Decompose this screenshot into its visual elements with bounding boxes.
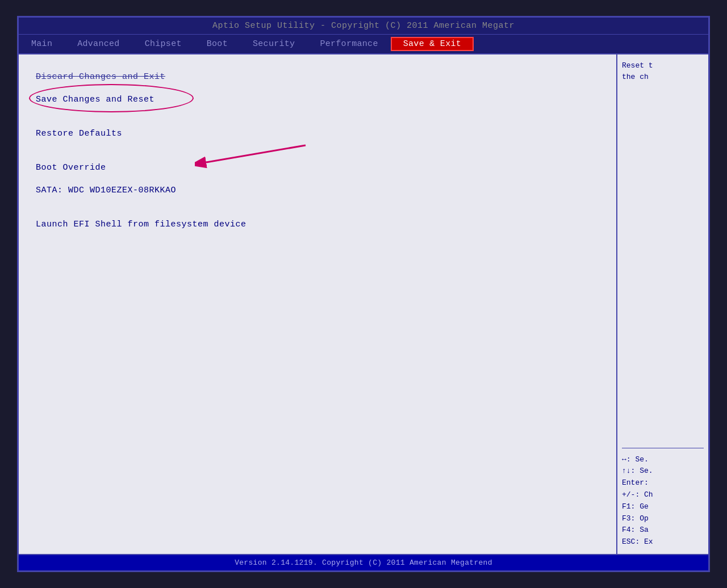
main-area: Discard Changes and Exit Save Changes an… [19,54,708,554]
legend-f1: F1: Ge [622,501,704,513]
title-bar: Aptio Setup Utility - Copyright (C) 2011… [19,18,708,35]
bios-screen: Aptio Setup Utility - Copyright (C) 2011… [17,16,710,572]
right-panel: Reset t the ch ↔: Se. ↑↓: Se. Enter: +/-… [617,54,708,554]
restore-defaults-item[interactable]: Restore Defaults [36,123,599,145]
sata-item[interactable]: SATA: WDC WD10EZEX-08RKKAO [36,179,599,202]
footer-text: Version 2.14.1219. Copyright (C) 2011 Am… [235,558,492,567]
nav-boot[interactable]: Boot [194,37,240,51]
footer: Version 2.14.1219. Copyright (C) 2011 Am… [19,554,708,570]
nav-save-exit[interactable]: Save & Exit [391,37,474,51]
boot-override-item[interactable]: Boot Override [36,157,599,179]
legend-f4: F4: Sa [622,524,704,536]
title-text: Aptio Setup Utility - Copyright (C) 2011… [212,21,515,31]
save-changes-wrapper: Save Changes and Reset [36,89,154,111]
legend-select-col: ↔: Se. [622,454,704,466]
nav-performance[interactable]: Performance [307,37,390,51]
launch-efi-item[interactable]: Launch EFI Shell from filesystem device [36,213,599,236]
left-panel: Discard Changes and Exit Save Changes an… [19,54,617,554]
nav-bar: Main Advanced Chipset Boot Security Perf… [19,35,708,54]
legend-enter: Enter: [622,477,704,489]
help-title: Reset t [622,61,653,70]
legend-f3: F3: Op [622,513,704,525]
nav-main[interactable]: Main [19,37,65,51]
nav-chipset[interactable]: Chipset [132,37,194,51]
legend-esc: ESC: Ex [622,536,704,548]
help-desc: the ch [622,73,649,81]
legend-change: +/-: Ch [622,489,704,501]
save-changes-item[interactable]: Save Changes and Reset [36,89,154,111]
nav-advanced[interactable]: Advanced [65,37,132,51]
help-text: Reset t the ch [622,60,704,448]
legend-select-row: ↑↓: Se. [622,465,704,477]
key-legend: ↔: Se. ↑↓: Se. Enter: +/-: Ch F1: Ge F3:… [622,448,704,548]
nav-security[interactable]: Security [240,37,307,51]
discard-changes-item[interactable]: Discard Changes and Exit [36,66,599,89]
